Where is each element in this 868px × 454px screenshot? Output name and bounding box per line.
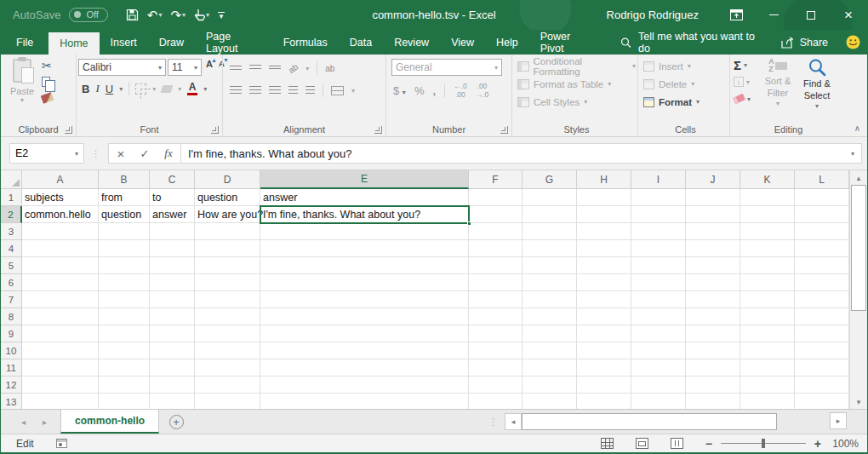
cell-styles-button[interactable]: Cell Styles▾ — [517, 95, 636, 109]
cell-D7[interactable] — [195, 291, 260, 308]
column-header-G[interactable]: G — [523, 170, 577, 189]
row-header-13[interactable]: 13 — [1, 394, 22, 409]
cell-J8[interactable] — [686, 308, 740, 325]
cell-D6[interactable] — [195, 274, 260, 291]
sheet-nav-right-icon[interactable]: ▸ — [43, 417, 47, 427]
cell-K8[interactable] — [740, 308, 795, 325]
cell-F12[interactable] — [469, 376, 523, 394]
cell-C12[interactable] — [150, 376, 195, 394]
page-break-preview-button[interactable] — [671, 438, 683, 449]
cell-F5[interactable] — [469, 257, 523, 274]
column-header-B[interactable]: B — [99, 170, 150, 189]
cell-F3[interactable] — [469, 223, 523, 240]
cell-B1[interactable]: from — [99, 189, 150, 206]
ribbon-display-options-icon[interactable] — [717, 0, 755, 30]
normal-view-button[interactable] — [601, 438, 614, 449]
select-all-corner[interactable] — [1, 170, 22, 189]
format-painter-button[interactable] — [42, 91, 55, 105]
cell-J7[interactable] — [686, 291, 740, 308]
cell-D8[interactable] — [195, 308, 260, 325]
collapse-ribbon-icon[interactable]: ∧ — [854, 124, 860, 133]
cell-E3[interactable] — [260, 223, 469, 240]
cell-J13[interactable] — [686, 394, 740, 409]
cell-I2[interactable] — [631, 206, 686, 223]
cell-I5[interactable] — [631, 257, 686, 274]
cell-E5[interactable] — [260, 257, 469, 274]
cell-F13[interactable] — [469, 394, 523, 409]
cell-I6[interactable] — [631, 274, 686, 291]
cell-E2[interactable]: I'm fine, thanks. What about you? — [260, 206, 469, 223]
cell-L6[interactable] — [795, 274, 849, 291]
row-header-4[interactable]: 4 — [1, 240, 22, 257]
row-header-6[interactable]: 6 — [1, 274, 22, 291]
bottom-align-button[interactable] — [269, 66, 281, 72]
cell-G5[interactable] — [523, 257, 577, 274]
delete-cells-button[interactable]: Delete▾ — [643, 77, 700, 91]
cell-G12[interactable] — [523, 376, 577, 394]
cell-F10[interactable] — [469, 342, 523, 359]
wrap-text-button[interactable]: ab — [325, 64, 334, 73]
cell-I11[interactable] — [631, 359, 686, 376]
font-dialog-launcher-icon[interactable] — [211, 126, 219, 134]
cell-C2[interactable]: answer — [150, 206, 195, 223]
cell-D5[interactable] — [195, 257, 260, 274]
sheet-nav-left-icon[interactable]: ◂ — [21, 417, 26, 427]
cell-E11[interactable] — [260, 359, 469, 376]
cell-D13[interactable] — [195, 394, 260, 409]
cell-L4[interactable] — [795, 240, 849, 257]
cell-D10[interactable] — [195, 342, 260, 359]
clear-button[interactable]: ▾ — [734, 92, 759, 106]
cell-G8[interactable] — [523, 308, 577, 325]
new-sheet-button[interactable]: + — [159, 410, 193, 434]
cell-E13[interactable] — [260, 394, 469, 409]
cell-K4[interactable] — [740, 240, 795, 257]
cell-C10[interactable] — [150, 342, 195, 359]
cell-H2[interactable] — [577, 206, 631, 223]
column-header-K[interactable]: K — [740, 170, 795, 189]
row-header-2[interactable]: 2 — [1, 206, 22, 223]
cell-H7[interactable] — [577, 291, 631, 308]
maximize-button[interactable] — [792, 0, 830, 30]
cell-G13[interactable] — [523, 394, 577, 409]
cell-C1[interactable]: to — [150, 189, 195, 206]
font-color-dropdown-icon[interactable]: ▾ — [203, 85, 207, 93]
column-header-D[interactable]: D — [195, 170, 260, 189]
cell-H13[interactable] — [577, 394, 631, 409]
cell-H1[interactable] — [577, 189, 631, 206]
sort-filter-button[interactable]: AZ Sort & Filter ▾ — [759, 58, 797, 108]
cell-C8[interactable] — [150, 308, 195, 325]
cell-D9[interactable] — [195, 325, 260, 342]
cell-B2[interactable]: question — [99, 206, 150, 223]
cell-G9[interactable] — [523, 325, 577, 342]
cell-K7[interactable] — [740, 291, 795, 308]
cell-G1[interactable] — [523, 189, 577, 206]
cell-C7[interactable] — [150, 291, 195, 308]
cell-J9[interactable] — [686, 325, 740, 342]
cell-K13[interactable] — [740, 394, 795, 409]
cell-K3[interactable] — [740, 223, 795, 240]
cell-K9[interactable] — [740, 325, 795, 342]
number-dialog-launcher-icon[interactable] — [500, 126, 508, 134]
cell-D3[interactable] — [195, 223, 260, 240]
scrollbar-resize-dots[interactable]: ⋮ — [482, 410, 505, 434]
cell-L5[interactable] — [795, 257, 849, 274]
cell-L3[interactable] — [795, 223, 849, 240]
column-header-J[interactable]: J — [686, 170, 740, 189]
save-icon[interactable] — [123, 7, 141, 23]
cell-L1[interactable] — [795, 189, 849, 206]
number-format-combo[interactable]: General▾ — [391, 59, 502, 76]
scroll-left-icon[interactable]: ◂ — [505, 413, 522, 430]
insert-function-button[interactable]: fx — [157, 147, 180, 160]
cell-L7[interactable] — [795, 291, 849, 308]
cell-B5[interactable] — [99, 257, 150, 274]
cell-B4[interactable] — [99, 240, 150, 257]
enter-entry-button[interactable]: ✓ — [133, 147, 157, 160]
grow-font-button[interactable]: A▲ — [206, 59, 217, 76]
cell-E9[interactable] — [260, 325, 469, 342]
cell-J2[interactable] — [686, 206, 740, 223]
formula-input[interactable]: I'm fine, thanks. What about you? ▾ — [180, 143, 862, 164]
cell-H11[interactable] — [577, 359, 631, 376]
cell-B13[interactable] — [99, 394, 150, 409]
cell-I4[interactable] — [631, 240, 686, 257]
tab-view[interactable]: View — [440, 30, 485, 55]
